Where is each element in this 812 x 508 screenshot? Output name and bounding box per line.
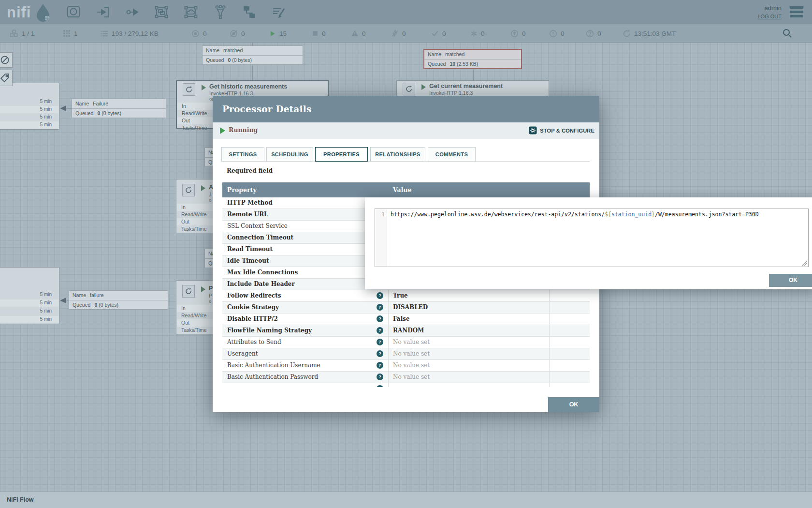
connection-queued-row: Queued0 (0 bytes): [203, 55, 303, 64]
stat-row: 5 min: [0, 316, 58, 323]
dialog-title: Processor Details: [222, 96, 312, 122]
processor-partial-bottom-left[interactable]: 5 min 5 min 5 min 5 min: [0, 267, 59, 324]
warning-icon: [351, 30, 359, 37]
gear-icon: [529, 126, 537, 134]
property-row-disable-http2[interactable]: Disable HTTP/2?False: [222, 314, 590, 325]
property-row-partial[interactable]: ?: [222, 383, 590, 387]
funnel-icon[interactable]: [213, 5, 228, 19]
stat-active-threads: 1: [63, 24, 78, 43]
running-status-icon: [220, 127, 225, 134]
label-icon[interactable]: [272, 5, 286, 19]
editor-ok-button[interactable]: OK: [769, 274, 812, 287]
tab-scheduling[interactable]: SCHEDULING: [266, 147, 313, 162]
canvas-edge-tile[interactable]: [0, 52, 13, 68]
property-row-flowfile-naming-strategy[interactable]: FlowFile Naming Strategy?RANDOM: [222, 325, 590, 337]
dialog-ok-button[interactable]: OK: [548, 397, 599, 412]
connection-label-matched[interactable]: Namematched Queued0 (0 bytes): [202, 45, 303, 65]
global-menu-icon[interactable]: [790, 6, 803, 18]
stat-sync-failure: 0: [586, 24, 601, 43]
property-row-basic-auth-password[interactable]: Basic Authentication Password?No value s…: [222, 372, 590, 383]
dialog-status-strip: Running STOP & CONFIGURE: [213, 122, 599, 139]
remote-process-group-icon[interactable]: [184, 5, 198, 19]
help-icon[interactable]: ?: [377, 374, 383, 380]
property-row-attributes-to-send[interactable]: Attributes to Send?No value set: [222, 337, 590, 348]
stat-locally-modified: 0: [470, 24, 485, 43]
line-number-gutter: 1: [375, 209, 387, 267]
help-icon[interactable]: ?: [377, 304, 383, 311]
property-row-cookie-strategy[interactable]: Cookie Strategy?DISABLED: [222, 302, 590, 314]
cubes-icon: [10, 29, 18, 38]
transmit-slash-icon: [230, 30, 238, 38]
connection-queued-row: Queued10 (2.53 KB): [424, 59, 521, 68]
circle-question-icon: [586, 30, 594, 38]
stat-row: 5 min: [0, 308, 58, 315]
play-icon: [269, 30, 276, 37]
breadcrumb[interactable]: NiFi Flow: [7, 496, 34, 503]
refresh-glyph-icon: [185, 287, 192, 295]
help-icon[interactable]: ?: [377, 339, 383, 345]
stat-not-transmitting: 0: [230, 24, 245, 43]
help-icon[interactable]: ?: [377, 315, 383, 322]
tab-relationships[interactable]: RELATIONSHIPS: [370, 147, 425, 162]
help-icon[interactable]: ?: [377, 350, 383, 357]
properties-table-header: Property Value: [222, 182, 590, 197]
expression-open-brace: ${: [605, 211, 611, 218]
app-header: nifi: [0, 0, 812, 24]
stat-invalid: 0: [351, 24, 366, 43]
connection-name-row: Namefailure: [69, 291, 168, 300]
connection-label-failure-bottom[interactable]: Namefailure Queued0 (0 bytes): [69, 290, 168, 310]
property-row-basic-auth-username[interactable]: Basic Authentication Username?No value s…: [222, 360, 590, 372]
circle-exclaim-icon: [549, 30, 557, 38]
stat-cluster-nodes: 1 / 1: [10, 24, 34, 43]
template-icon[interactable]: [242, 5, 257, 19]
output-port-icon[interactable]: [125, 5, 139, 19]
list-icon: [100, 30, 108, 38]
help-icon[interactable]: ?: [377, 362, 383, 369]
search-icon[interactable]: [782, 28, 793, 39]
canvas-edge-tile[interactable]: [0, 70, 13, 86]
connection-name-row: Namematched: [203, 46, 303, 55]
property-row-useragent[interactable]: Useragent?No value set: [222, 348, 590, 360]
stat-queued: 193 / 279.12 KB: [100, 24, 159, 43]
circle-slash-icon: [0, 55, 10, 65]
value-column-header: Value: [393, 182, 411, 197]
stat-row: 5 min: [0, 121, 58, 129]
stat-locally-modified-stale: 0: [549, 24, 565, 43]
connection-name-row: Namematched: [424, 50, 521, 59]
value-editor-input[interactable]: https://www.pegelonline.wsv.de/webservic…: [388, 209, 808, 267]
tab-comments[interactable]: COMMENTS: [428, 147, 476, 162]
resize-handle[interactable]: [802, 260, 807, 266]
stat-running: 15: [269, 24, 287, 43]
logout-link[interactable]: LOG OUT: [757, 14, 782, 19]
stat-row: 5 min: [0, 299, 58, 307]
help-icon[interactable]: ?: [377, 327, 383, 334]
running-indicator-icon: [421, 84, 426, 90]
connection-queued-row: Queued0 (0 bytes): [69, 300, 168, 309]
processor-partial-top-left[interactable]: 5 min 5 min 5 min 5 min: [0, 83, 59, 130]
asterisk-icon: [470, 30, 478, 37]
connection-name-row: NameFailure: [72, 99, 166, 108]
input-port-icon[interactable]: [96, 5, 110, 19]
running-status-text: Running: [229, 126, 258, 134]
connection-label-failure-top[interactable]: NameFailure Queued0 (0 bytes): [72, 99, 166, 118]
property-row-follow-redirects[interactable]: Follow Redirects?True: [222, 290, 590, 302]
tab-properties[interactable]: PROPERTIES: [315, 147, 368, 162]
processor-icon[interactable]: [66, 5, 81, 19]
processor-type-icon: [183, 83, 195, 96]
stat-row: 5 min: [0, 98, 58, 105]
processor-type-icon: [403, 83, 415, 95]
connection-label-matched-selected[interactable]: Namematched Queued10 (2.53 KB): [423, 49, 522, 69]
connection-line: [473, 67, 474, 81]
check-icon: [431, 30, 439, 37]
tab-settings[interactable]: SETTINGS: [221, 147, 264, 162]
running-indicator-icon: [201, 286, 205, 292]
stop-configure-button[interactable]: STOP & CONFIGURE: [529, 126, 594, 134]
expression-close-brace: }: [652, 211, 655, 218]
refresh-icon[interactable]: [623, 30, 631, 38]
process-group-icon[interactable]: [154, 5, 169, 19]
bolt-slash-icon: [391, 30, 399, 37]
connection-line: [252, 64, 253, 81]
help-icon[interactable]: ?: [377, 292, 383, 299]
refresh-glyph-icon: [185, 186, 192, 194]
nifi-logo-text: nifi: [7, 4, 31, 21]
